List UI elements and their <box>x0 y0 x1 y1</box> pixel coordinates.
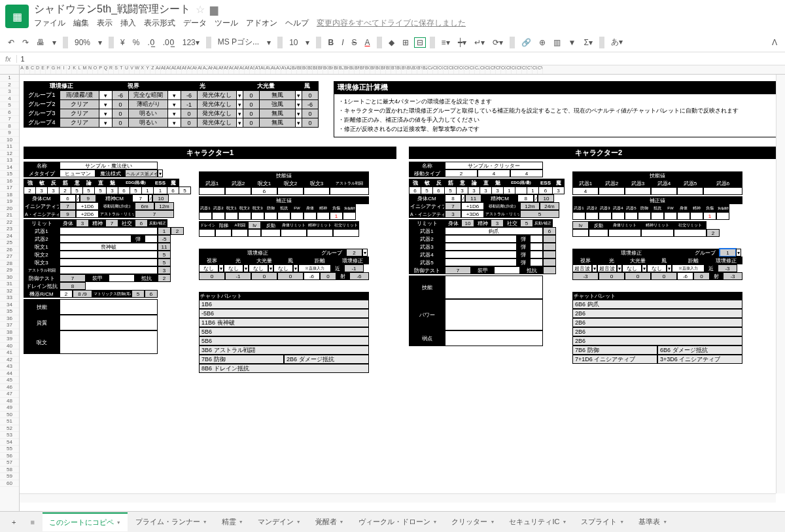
tab-8[interactable]: スプライト▼ <box>574 513 631 531</box>
folder-icon[interactable]: ▆ <box>210 3 218 16</box>
menu-data[interactable]: データ <box>183 18 207 29</box>
expand-icon[interactable]: ᐱ <box>769 37 780 48</box>
menu-view[interactable]: 表示 <box>97 18 113 29</box>
menu-edit[interactable]: 編集 <box>73 18 89 29</box>
env-mod-table: 環境修正視界光大光量風 グループ1雨/濃霧/濃▾-6完全な暗闇▾-6発光体なし▾… <box>24 81 319 128</box>
tab-9[interactable]: 基準表▼ <box>632 513 674 531</box>
add-sheet-button[interactable]: + <box>5 514 22 530</box>
tab-6[interactable]: クリッター▼ <box>445 513 501 531</box>
text-color-icon[interactable]: A <box>362 37 373 48</box>
bold-icon[interactable]: B <box>325 37 336 48</box>
wrap-icon[interactable]: ↵▾ <box>472 37 487 48</box>
rotate-icon[interactable]: ⟳▾ <box>490 37 506 48</box>
star-icon[interactable]: ☆ <box>196 3 205 16</box>
link-icon[interactable]: 🔗 <box>519 37 534 48</box>
valign-icon[interactable]: ┿▾ <box>455 37 469 48</box>
row-headers[interactable]: for(let i=1;i<=60;i++)document.write('<d… <box>0 75 20 520</box>
strike-icon[interactable]: S <box>349 37 360 48</box>
app-header: ▦ シャドウラン5th_戦闘管理シート ☆ ▆ ファイル 編集 表示 挿入 表示… <box>0 0 785 33</box>
tab-4[interactable]: 覚醒者▼ <box>309 513 351 531</box>
italic-icon[interactable]: I <box>339 37 346 48</box>
menu-format[interactable]: 表示形式 <box>144 18 175 29</box>
font-select[interactable]: MS Pゴシ... <box>215 35 262 49</box>
character-2-block: キャラクター2 名称サンプル・クリッター 移動タイプ244 強敏反筋意論直魅ED… <box>409 147 785 364</box>
tab-7[interactable]: セキュリティIC▼ <box>502 513 573 531</box>
borders-icon[interactable]: ⊞ <box>400 37 411 48</box>
save-status[interactable]: 変更内容をすべてドライブに保存しました <box>317 18 466 29</box>
percent-icon[interactable]: % <box>130 37 143 48</box>
filter-icon[interactable]: ▼ <box>566 37 579 48</box>
sheet-tabs: + ≡ このシートにコピペ▼ プライム・ランナー▼ 精霊▼ マンデイン▼ 覚醒者… <box>0 511 785 532</box>
comment-icon[interactable]: ⊕ <box>536 37 548 48</box>
menu-addons[interactable]: アドオン <box>246 18 277 29</box>
formula-input[interactable]: 1 <box>17 55 785 63</box>
calc-box: 環境修正計算機 ・1シートごとに最大4パターンの環境修正を設定できます ・キャラ… <box>334 81 785 137</box>
dec-increase-icon[interactable]: .00̲ <box>160 37 177 48</box>
font-size[interactable]: 10 <box>287 37 300 48</box>
tab-active[interactable]: このシートにコピペ▼ <box>43 512 128 531</box>
print-icon[interactable]: 🖶 <box>34 37 47 48</box>
menu-help[interactable]: ヘルプ <box>285 18 309 29</box>
redo-icon[interactable]: ↷ <box>20 37 31 48</box>
all-sheets-button[interactable]: ≡ <box>24 514 41 530</box>
merge-icon[interactable]: ⊟ <box>414 37 426 48</box>
fx-label: fx <box>0 55 17 63</box>
zoom-select[interactable]: 90% <box>72 37 93 48</box>
character-1-block: キャラクター1 名称サンプル・魔法使い メタタイプヒューマン魔法様式ヘルメス派メ… <box>24 147 396 373</box>
toolbar: ↶ ↷ 🖶 ▾ 90%▾ ¥ % .0̲ .00̲ 123▾ MS Pゴシ...… <box>0 33 785 52</box>
currency-icon[interactable]: ¥ <box>118 37 128 48</box>
tab-2[interactable]: 精霊▼ <box>215 513 250 531</box>
halign-icon[interactable]: ≡▾ <box>439 37 453 48</box>
scrollbar-horizontal[interactable] <box>20 493 776 503</box>
column-headers[interactable]: document.write('ABCDEFGHIJKLMNOPQRSTUVWX… <box>0 65 785 75</box>
input-icon[interactable]: あ▾ <box>608 35 625 49</box>
tab-5[interactable]: ヴィークル・ドローン▼ <box>352 513 444 531</box>
menu-file[interactable]: ファイル <box>34 18 65 29</box>
tab-1[interactable]: プライム・ランナー▼ <box>129 513 214 531</box>
selected-cell: 1 <box>720 249 736 257</box>
tab-3[interactable]: マンデイン▼ <box>251 513 307 531</box>
menu-tools[interactable]: ツール <box>215 18 238 29</box>
doc-title[interactable]: シャドウラン5th_戦闘管理シート <box>34 3 190 16</box>
sheet-area: document.write('ABCDEFGHIJKLMNOPQRSTUVWX… <box>0 65 785 523</box>
paint-icon[interactable]: ▾ <box>50 37 59 48</box>
menu-insert[interactable]: 挿入 <box>120 18 136 29</box>
chart-icon[interactable]: ▥ <box>551 37 563 48</box>
dec-decrease-icon[interactable]: .0̲ <box>145 37 157 48</box>
sheet-content[interactable]: 環境修正視界光大光量風 グループ1雨/濃霧/濃▾-6完全な暗闇▾-6発光体なし▾… <box>20 75 785 520</box>
undo-icon[interactable]: ↶ <box>5 37 17 48</box>
format-more[interactable]: 123▾ <box>180 37 202 48</box>
menubar: ファイル 編集 表示 挿入 表示形式 データ ツール アドオン ヘルプ 変更内容… <box>34 16 780 30</box>
sheets-logo[interactable]: ▦ <box>5 5 29 28</box>
functions-icon[interactable]: Σ▾ <box>581 37 595 48</box>
formula-bar: fx 1 <box>0 52 785 65</box>
scrollbar-vertical[interactable] <box>776 75 785 493</box>
fill-color-icon[interactable]: ◆ <box>386 37 397 48</box>
